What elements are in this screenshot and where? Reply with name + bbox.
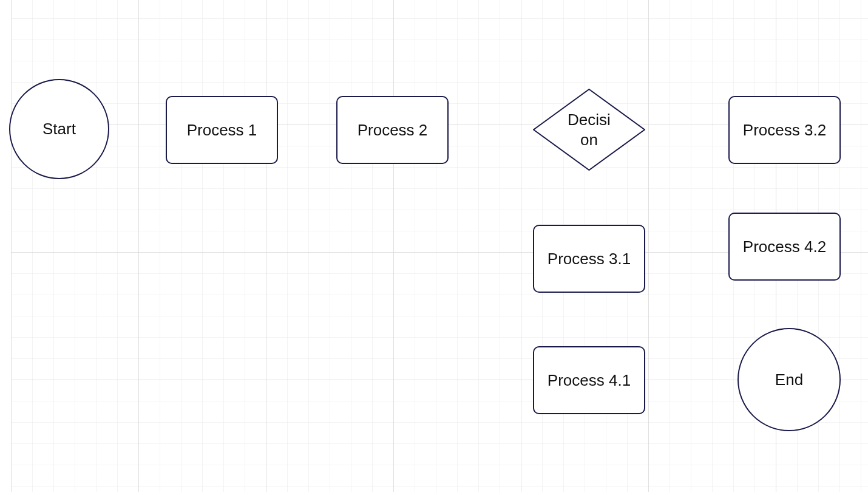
node-label: Process 3.1 [545, 247, 633, 271]
node-label: Process 4.1 [545, 368, 633, 393]
diagram-canvas[interactable]: Start Process 1 Process 2 Decision Proce… [0, 0, 868, 495]
node-process-4-1[interactable]: Process 4.1 [533, 346, 645, 414]
node-label: Process 2 [355, 118, 430, 143]
node-process-1[interactable]: Process 1 [166, 96, 278, 164]
node-label: Process 4.2 [741, 234, 829, 259]
node-process-4-2[interactable]: Process 4.2 [728, 213, 841, 281]
node-label: End [773, 367, 805, 392]
node-start[interactable]: Start [9, 79, 109, 179]
node-process-3-1[interactable]: Process 3.1 [533, 225, 645, 293]
node-label: Process 1 [185, 118, 260, 143]
node-label: Process 3.2 [741, 118, 829, 143]
node-process-2[interactable]: Process 2 [336, 96, 449, 164]
node-label: Decision [562, 108, 617, 152]
node-decision[interactable]: Decision [533, 89, 645, 171]
node-label: Start [40, 117, 78, 142]
node-end[interactable]: End [737, 328, 841, 431]
node-process-3-2[interactable]: Process 3.2 [728, 96, 841, 164]
